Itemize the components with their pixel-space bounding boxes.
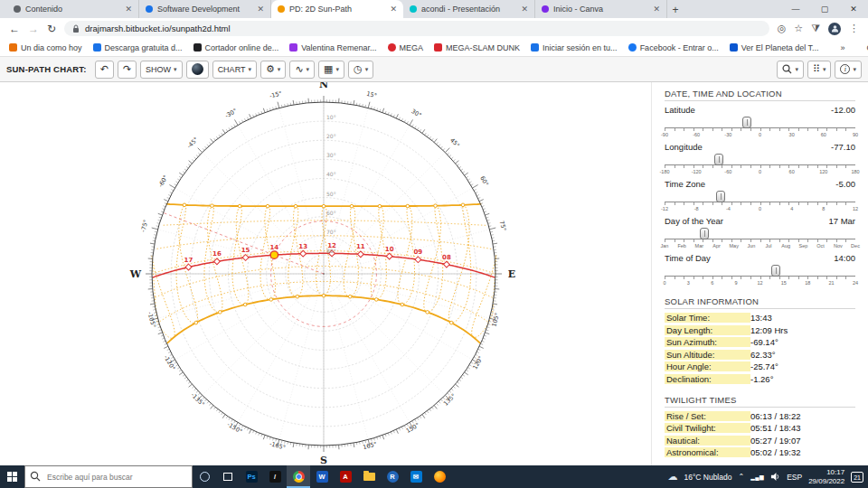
hidden-icons-chevron[interactable]: ⌃ [738,473,744,481]
bookmark-item[interactable]: Iniciar sesión en tu... [531,43,618,52]
clock-dropdown-button[interactable]: ◷▾ [348,61,373,79]
zoom-tool-button[interactable]: ▾ [777,61,804,79]
photoshop-button[interactable]: Ps [240,465,263,488]
rim-tick [188,164,190,166]
bookmark-favicon [388,43,396,52]
table-dropdown-button[interactable]: ▦▾ [318,61,344,79]
acrobat-button[interactable]: A [334,465,357,488]
back-icon[interactable]: ← [9,23,20,34]
bookmark-item[interactable]: Ver El Planeta del T... [730,43,819,52]
rim-tick [179,176,181,178]
time-of-day-slider[interactable]: 03691215182124 [665,264,855,286]
section-title-twilight-times: TWILIGHT TIMES [665,393,855,408]
rim-tick [158,213,163,215]
dark-app-button[interactable]: / [263,465,287,488]
file-explorer-button[interactable] [357,465,381,488]
start-button[interactable] [0,465,24,488]
rim-tick [219,411,221,413]
tab-contenido[interactable]: Contenido ✕ [7,0,139,18]
longitude-slider[interactable]: -180-120-60060120180 [665,153,855,174]
chart-dropdown-button[interactable]: CHART▾ [212,61,257,79]
new-tab-button[interactable]: + [667,2,684,18]
forward-icon[interactable]: → [28,23,39,34]
profile-avatar[interactable] [828,23,841,35]
volume-icon[interactable] [770,472,780,482]
weather-text[interactable]: 16°C Nublado [684,473,731,482]
day-of-year-slider-handle[interactable] [700,228,709,239]
window-close-button[interactable]: ✕ [839,0,868,18]
tab-close-icon[interactable]: ✕ [390,5,397,14]
longitude-slider-handle[interactable] [714,154,723,165]
network-signal-icon[interactable]: ▂▄▆ [750,474,764,480]
info-button[interactable]: i▾ [835,61,862,79]
current-time-marker[interactable] [270,251,278,258]
curve-style-dropdown-button[interactable]: ∿▾ [289,61,315,79]
bookmark-item[interactable]: MEGA [388,43,424,52]
show-dropdown-button[interactable]: SHOW▾ [140,61,183,79]
timezone-slider[interactable]: -12-8-404812 [665,190,855,211]
rim-tick [465,372,468,375]
sun-path-chart[interactable]: 0809101112131415161715°30°45°60°75°105°1… [0,82,651,465]
undo-button[interactable]: ↶ [95,61,114,79]
tab-sun-path-active[interactable]: PD: 2D Sun-Path ✕ [271,0,403,18]
bookmark-item[interactable]: MEGA-SLAM DUNK [434,43,520,52]
redo-button[interactable]: ↷ [118,61,137,79]
bookmark-item[interactable]: Un dia como hoy [9,43,82,52]
notification-badge[interactable]: 21 [851,472,863,483]
rim-tick [214,408,216,409]
language-indicator[interactable]: ESP [787,473,802,482]
timezone-slider-handle[interactable] [716,191,725,202]
taskbar-search[interactable] [24,465,193,488]
extensions-puzzle-icon[interactable]: ⧩ [811,23,820,34]
url-omnibox[interactable]: drajmarsh.bitbucket.io/sunpath2d.html [64,21,769,36]
time-of-day-slider-handle[interactable] [771,265,780,277]
cortana-button[interactable] [193,465,216,488]
search-input[interactable] [24,465,193,488]
reload-icon[interactable]: ↻ [47,23,56,34]
slider-scale-label: 24 [853,280,858,286]
tab-close-icon[interactable]: ✕ [125,5,132,14]
rim-tick [360,103,361,106]
analemma-hour-marker [243,303,247,306]
word-button[interactable]: W [310,465,334,488]
chrome-button[interactable] [287,465,310,488]
taskbar-clock[interactable]: 10:17 29/09/2022 [808,468,844,485]
bookmark-item[interactable]: Cortador online de... [193,43,279,52]
browser-menu-kebab-icon[interactable]: ⋮ [849,23,859,34]
compass-label-s: S [320,455,327,465]
sphere-view-button[interactable] [186,61,209,79]
slider-scale-label: 6 [711,280,713,286]
bookmark-item[interactable]: Facebook - Entrar o... [628,43,719,52]
mail-button[interactable]: ✉ [404,465,428,488]
tab-close-icon[interactable]: ✕ [257,5,264,14]
tab-inicio-canva[interactable]: Inicio - Canva ✕ [535,0,667,18]
rstudio-button[interactable]: R [381,465,404,488]
bookmark-favicon [9,43,17,52]
slider-scale-label: Apr [712,243,721,249]
task-view-button[interactable] [216,465,240,488]
folder-icon [363,473,375,481]
solar-time-value: 13:43 [750,313,772,323]
latitude-slider[interactable]: -90-60-300306090 [665,116,855,137]
window-minimize-button[interactable]: — [781,0,810,18]
tab-close-icon[interactable]: ✕ [653,5,660,14]
tab-software-development[interactable]: Software Development ✕ [139,0,271,18]
firefox-button[interactable] [428,465,451,488]
bookmark-item[interactable]: Valentina Remenar... [289,43,376,52]
bookmark-star-icon[interactable]: ☆ [794,23,803,34]
rim-tick [278,102,279,108]
display-grid-button[interactable]: ⠿▾ [807,61,832,79]
tab-acondi-presentacion[interactable]: acondi - Presentación ✕ [403,0,535,18]
day-of-year-slider[interactable]: JanFebMarAprMayJunJulAugSepOctNovDec [665,227,855,249]
location-pin-icon[interactable]: ◎ [778,23,787,34]
tab-close-icon[interactable]: ✕ [521,5,528,14]
window-maximize-button[interactable]: ▢ [810,0,839,18]
bookmark-item[interactable]: Descarga gratuita d... [93,43,183,52]
latitude-slider-handle[interactable] [742,117,751,128]
hour-label: 14 [269,244,278,251]
rim-tick [165,343,167,344]
hour-label: 17 [184,257,193,264]
settings-dropdown-button[interactable]: ⚙▾ [260,61,286,79]
bookmarks-overflow-chevron[interactable]: » [841,43,845,52]
rim-tick [451,157,453,159]
